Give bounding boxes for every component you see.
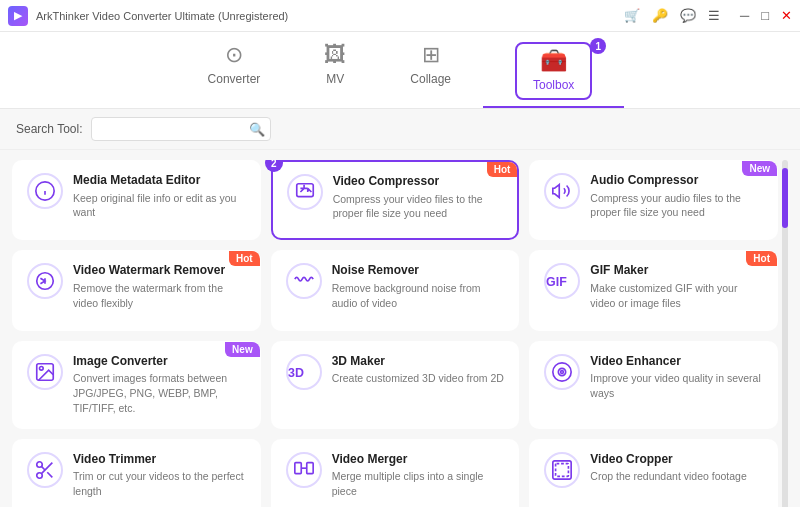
title-bar: ▶ ArkThinker Video Converter Ultimate (U… (0, 0, 800, 32)
badge-audio-compressor: New (742, 161, 777, 176)
svg-point-7 (40, 366, 44, 370)
badge-gif-maker: Hot (746, 251, 777, 266)
tab-converter[interactable]: ⊙ Converter (176, 36, 293, 108)
tool-desc-video-merger: Merge multiple clips into a single piece (332, 469, 507, 498)
tool-info-3d-maker: 3D Maker Create customized 3D video from… (332, 354, 507, 386)
tool-card-3d-maker[interactable]: 3D 3D Maker Create customized 3D video f… (271, 341, 520, 429)
svg-rect-3 (296, 184, 313, 197)
tool-desc-video-enhancer: Improve your video quality in several wa… (590, 371, 765, 400)
tool-desc-image-converter: Convert images formats between JPG/JPEG,… (73, 371, 248, 415)
title-bar-left: ▶ ArkThinker Video Converter Ultimate (U… (8, 6, 288, 26)
tool-desc-noise-remover: Remove background noise from audio of vi… (332, 281, 507, 310)
cart-icon[interactable]: 🛒 (624, 8, 640, 23)
chat-icon[interactable]: 💬 (680, 8, 696, 23)
tool-icon-video-enhancer (544, 354, 580, 390)
tab-collage[interactable]: ⊞ Collage (378, 36, 483, 108)
tool-name-gif-maker: GIF Maker (590, 263, 765, 279)
tool-name-video-enhancer: Video Enhancer (590, 354, 765, 370)
app-icon: ▶ (8, 6, 28, 26)
tool-name-media-metadata-editor: Media Metadata Editor (73, 173, 248, 189)
tool-desc-media-metadata-editor: Keep original file info or edit as you w… (73, 191, 248, 220)
svg-rect-16 (294, 462, 300, 473)
tool-name-image-converter: Image Converter (73, 354, 248, 370)
tool-info-media-metadata-editor: Media Metadata Editor Keep original file… (73, 173, 248, 220)
tool-icon-image-converter (27, 354, 63, 390)
svg-point-10 (561, 370, 564, 373)
mv-icon: 🖼 (324, 42, 346, 68)
tab-toolbox-label: Toolbox (533, 78, 574, 92)
tool-desc-audio-compressor: Compress your audio files to the proper … (590, 191, 765, 220)
key-icon[interactable]: 🔑 (652, 8, 668, 23)
search-bar: Search Tool: 🔍 (0, 109, 800, 150)
tool-card-video-trimmer[interactable]: Video Trimmer Trim or cut your videos to… (12, 439, 261, 507)
close-button[interactable]: ✕ (781, 8, 792, 23)
tool-desc-3d-maker: Create customized 3D video from 2D (332, 371, 507, 386)
tool-info-noise-remover: Noise Remover Remove background noise fr… (332, 263, 507, 310)
tool-info-video-enhancer: Video Enhancer Improve your video qualit… (590, 354, 765, 401)
tool-card-media-metadata-editor[interactable]: Media Metadata Editor Keep original file… (12, 160, 261, 240)
nav-tabs: ⊙ Converter 🖼 MV ⊞ Collage 🧰 Toolbox 1 (0, 32, 800, 109)
app-title: ArkThinker Video Converter Ultimate (Unr… (36, 10, 288, 22)
svg-line-15 (41, 466, 45, 470)
tool-info-image-converter: Image Converter Convert images formats b… (73, 354, 248, 416)
svg-rect-18 (556, 463, 569, 476)
tools-grid: Media Metadata Editor Keep original file… (12, 160, 778, 507)
search-label: Search Tool: (16, 122, 83, 136)
tool-card-video-watermark-remover[interactable]: Hot Video Watermark Remover Remove the w… (12, 250, 261, 330)
svg-text:GIF: GIF (546, 276, 567, 290)
tool-info-video-trimmer: Video Trimmer Trim or cut your videos to… (73, 452, 248, 499)
search-icon[interactable]: 🔍 (249, 122, 265, 137)
search-input[interactable] (91, 117, 271, 141)
tool-info-video-watermark-remover: Video Watermark Remover Remove the water… (73, 263, 248, 310)
badge-video-compressor: Hot (487, 162, 518, 177)
tab-mv[interactable]: 🖼 MV (292, 36, 378, 108)
tab-toolbox[interactable]: 🧰 Toolbox 1 (483, 36, 624, 108)
tool-name-video-cropper: Video Cropper (590, 452, 765, 468)
maximize-button[interactable]: □ (761, 8, 769, 23)
tool-card-video-enhancer[interactable]: Video Enhancer Improve your video qualit… (529, 341, 778, 429)
tool-desc-video-cropper: Crop the redundant video footage (590, 469, 765, 484)
tool-card-audio-compressor[interactable]: New Audio Compressor Compress your audio… (529, 160, 778, 240)
menu-icon[interactable]: ☰ (708, 8, 720, 23)
tool-card-image-converter[interactable]: New Image Converter Convert images forma… (12, 341, 261, 429)
converter-icon: ⊙ (225, 42, 243, 68)
tool-desc-video-watermark-remover: Remove the watermark from the video flex… (73, 281, 248, 310)
window-controls: 🛒 🔑 💬 ☰ ─ □ ✕ (624, 8, 792, 23)
tool-card-video-merger[interactable]: Video Merger Merge multiple clips into a… (271, 439, 520, 507)
svg-rect-17 (306, 462, 312, 473)
tool-card-noise-remover[interactable]: Noise Remover Remove background noise fr… (271, 250, 520, 330)
tool-info-video-merger: Video Merger Merge multiple clips into a… (332, 452, 507, 499)
tool-icon-gif-maker: GIF (544, 263, 580, 299)
minimize-button[interactable]: ─ (740, 8, 749, 23)
tool-info-video-cropper: Video Cropper Crop the redundant video f… (590, 452, 765, 484)
tool-icon-media-metadata-editor (27, 173, 63, 209)
tool-icon-video-compressor (287, 174, 323, 210)
tool-card-video-compressor[interactable]: 2 Hot Video Compressor Compress your vid… (271, 160, 520, 240)
svg-line-14 (47, 472, 52, 477)
tab-mv-label: MV (326, 72, 344, 86)
tool-icon-video-trimmer (27, 452, 63, 488)
tool-info-video-compressor: Video Compressor Compress your video fil… (333, 174, 506, 221)
tool-info-gif-maker: GIF Maker Make customized GIF with your … (590, 263, 765, 310)
tool-icon-video-watermark-remover (27, 263, 63, 299)
tool-name-video-watermark-remover: Video Watermark Remover (73, 263, 248, 279)
toolbox-badge: 1 (590, 38, 606, 54)
svg-text:3D: 3D (288, 366, 304, 380)
scrollbar-track[interactable] (782, 160, 788, 507)
tool-info-audio-compressor: Audio Compressor Compress your audio fil… (590, 173, 765, 220)
main-content: Media Metadata Editor Keep original file… (0, 150, 800, 507)
toolbox-icon: 🧰 (540, 48, 567, 74)
tab-collage-label: Collage (410, 72, 451, 86)
circle-badge-video-compressor: 2 (265, 160, 283, 172)
scrollbar-thumb[interactable] (782, 168, 788, 228)
svg-point-11 (37, 461, 43, 467)
tool-icon-noise-remover (286, 263, 322, 299)
tool-icon-3d-maker: 3D (286, 354, 322, 390)
tool-icon-video-merger (286, 452, 322, 488)
tool-icon-video-cropper (544, 452, 580, 488)
tool-card-gif-maker[interactable]: Hot GIF GIF Maker Make customized GIF wi… (529, 250, 778, 330)
tool-card-video-cropper[interactable]: Video Cropper Crop the redundant video f… (529, 439, 778, 507)
tool-name-3d-maker: 3D Maker (332, 354, 507, 370)
svg-point-12 (37, 472, 43, 478)
tool-name-noise-remover: Noise Remover (332, 263, 507, 279)
